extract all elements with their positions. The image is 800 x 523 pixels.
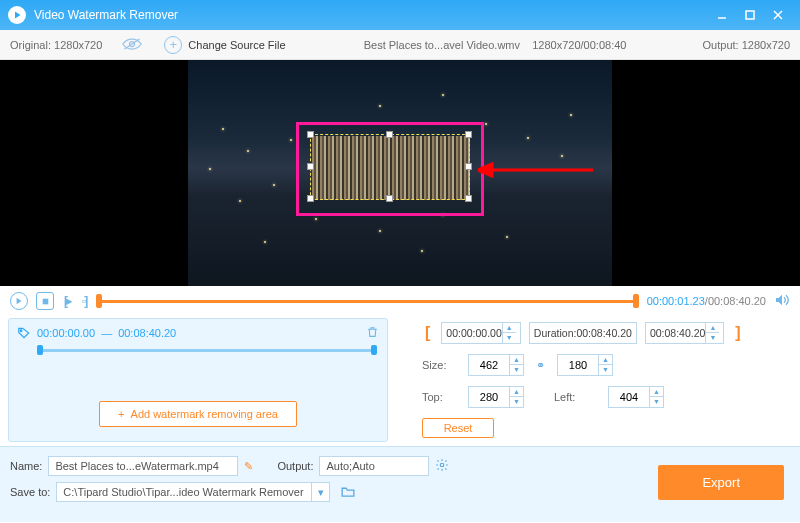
play-button[interactable] [10, 292, 28, 310]
output-label: Output: [277, 460, 313, 472]
playback-bar: [▸ ▫] 00:00:01.23/00:08:40.20 [0, 286, 800, 314]
volume-icon[interactable] [774, 293, 790, 309]
output-resolution: Output: 1280x720 [693, 39, 800, 51]
left-label: Left: [554, 391, 600, 403]
resize-handle-sw[interactable] [307, 195, 314, 202]
dropdown-arrow-icon[interactable]: ▾ [312, 482, 330, 502]
set-end-button[interactable]: ▫] [80, 294, 88, 308]
seek-thumb-end[interactable] [633, 294, 639, 308]
resize-handle-se[interactable] [465, 195, 472, 202]
app-logo [8, 6, 26, 24]
height-input[interactable]: ▲▼ [557, 354, 613, 376]
resize-handle-w[interactable] [307, 163, 314, 170]
tag-icon [17, 326, 31, 340]
parameters-pane: [ 00:00:00.00▲▼ Duration:00:08:40.20 00:… [392, 314, 800, 446]
video-preview-area [0, 60, 800, 286]
app-title: Video Watermark Remover [34, 8, 708, 22]
size-row: Size: ▲▼ ⚭ ▲▼ [422, 354, 784, 376]
svg-point-9 [20, 330, 22, 332]
link-icon[interactable]: ⚭ [532, 359, 549, 372]
top-input[interactable]: ▲▼ [468, 386, 524, 408]
resize-handle-n[interactable] [386, 131, 393, 138]
preview-toggle-icon[interactable] [122, 37, 142, 53]
segment-slider[interactable] [37, 347, 377, 353]
name-label: Name: [10, 460, 42, 472]
reset-button[interactable]: Reset [422, 418, 494, 438]
original-resolution: Original: 1280x720 [0, 39, 112, 51]
lower-panel: 00:00:00.00 — 00:08:40.20 + Add watermar… [0, 314, 800, 446]
add-watermark-area-button[interactable]: + Add watermark removing area [99, 401, 297, 427]
seek-thumb-start[interactable] [96, 294, 102, 308]
plus-icon: + [118, 408, 124, 420]
svg-marker-7 [478, 164, 492, 176]
annotation-arrow [478, 160, 598, 180]
end-time-input[interactable]: 00:08:40.20▲▼ [645, 322, 724, 344]
plus-icon: + [164, 36, 182, 54]
bracket-right-icon[interactable]: ] [732, 324, 743, 342]
segment-row[interactable]: 00:00:00.00 — 00:08:40.20 [9, 319, 387, 347]
export-button[interactable]: Export [658, 465, 784, 500]
width-input[interactable]: ▲▼ [468, 354, 524, 376]
bracket-left-icon[interactable]: [ [422, 324, 433, 342]
timecode: 00:00:01.23/00:08:40.20 [647, 295, 766, 307]
edit-name-icon[interactable]: ✎ [244, 460, 253, 473]
position-row: Top: ▲▼ Left: ▲▼ [422, 386, 784, 408]
segment-end: 00:08:40.20 [118, 327, 176, 339]
file-info: Best Places to...avel Video.wmv 1280x720… [298, 39, 693, 51]
save-path-field[interactable]: C:\Tipard Studio\Tipar...ideo Watermark … [56, 482, 312, 502]
resize-handle-ne[interactable] [465, 131, 472, 138]
change-source-button[interactable]: + Change Source File [152, 36, 297, 54]
add-area-label: Add watermark removing area [131, 408, 278, 420]
svg-rect-8 [42, 298, 48, 304]
time-range-row: [ 00:00:00.00▲▼ Duration:00:08:40.20 00:… [422, 322, 784, 344]
selection-rectangle[interactable] [310, 134, 470, 200]
close-button[interactable] [764, 1, 792, 29]
svg-point-10 [441, 463, 445, 467]
info-bar: Original: 1280x720 + Change Source File … [0, 30, 800, 60]
open-folder-icon[interactable] [340, 485, 356, 500]
start-time-input[interactable]: 00:00:00.00▲▼ [441, 322, 520, 344]
settings-icon[interactable] [435, 458, 449, 474]
resize-handle-e[interactable] [465, 163, 472, 170]
set-start-button[interactable]: [▸ [62, 294, 72, 308]
change-source-label: Change Source File [188, 39, 285, 51]
seek-slider[interactable] [96, 296, 638, 306]
save-to-label: Save to: [10, 486, 50, 498]
name-field[interactable]: Best Places to...eWatermark.mp4 [48, 456, 238, 476]
svg-rect-1 [746, 11, 754, 19]
top-label: Top: [422, 391, 460, 403]
video-frame[interactable] [188, 60, 612, 286]
stop-button[interactable] [36, 292, 54, 310]
title-bar: Video Watermark Remover [0, 0, 800, 30]
duration-input[interactable]: Duration:00:08:40.20 [529, 322, 637, 344]
maximize-button[interactable] [736, 1, 764, 29]
resize-handle-s[interactable] [386, 195, 393, 202]
bottom-bar: Name: Best Places to...eWatermark.mp4 ✎ … [0, 446, 800, 522]
left-input[interactable]: ▲▼ [608, 386, 664, 408]
resize-handle-nw[interactable] [307, 131, 314, 138]
save-path-dropdown[interactable]: C:\Tipard Studio\Tipar...ideo Watermark … [56, 482, 330, 502]
minimize-button[interactable] [708, 1, 736, 29]
segment-start: 00:00:00.00 [37, 327, 95, 339]
segments-pane: 00:00:00.00 — 00:08:40.20 + Add watermar… [8, 318, 388, 442]
output-field[interactable]: Auto;Auto [319, 456, 429, 476]
size-label: Size: [422, 359, 460, 371]
delete-segment-icon[interactable] [366, 325, 379, 341]
